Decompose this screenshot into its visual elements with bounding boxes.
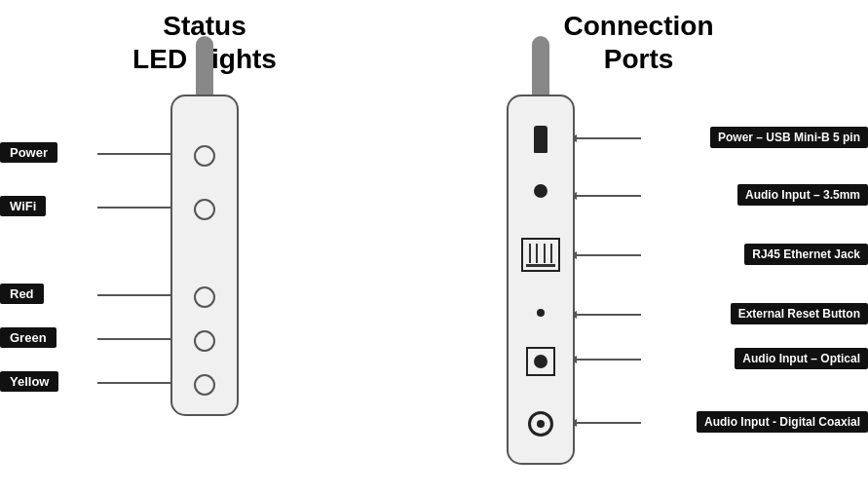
port-coaxial — [528, 411, 553, 437]
led-power — [194, 145, 215, 167]
port-usb — [534, 126, 547, 153]
eth-line-2 — [536, 244, 538, 263]
port-reset — [537, 309, 545, 317]
label-wifi: WiFi — [0, 196, 46, 216]
led-yellow — [194, 374, 215, 396]
right-section: ConnectionPorts — [409, 10, 868, 494]
label-yellow: Yellow — [0, 371, 58, 392]
led-wifi — [194, 199, 215, 220]
device-right — [507, 95, 575, 465]
label-red: Red — [0, 284, 44, 304]
right-title: ConnectionPorts — [564, 10, 714, 75]
coaxial-inner — [537, 420, 545, 428]
eth-line-4 — [550, 244, 552, 263]
right-arrows-svg — [409, 95, 868, 494]
port-ethernet — [521, 238, 560, 272]
led-green — [194, 330, 215, 352]
port-optical — [526, 347, 555, 376]
eth-bottom — [526, 264, 555, 267]
label-coaxial: Audio Input - Digital Coaxial — [697, 411, 868, 433]
label-green: Green — [0, 327, 57, 348]
optical-inner — [534, 355, 547, 368]
main-container: StatusLED Lights — [0, 0, 868, 494]
eth-line-3 — [544, 244, 546, 263]
label-optical: Audio Input – Optical — [735, 348, 868, 369]
port-audio-jack — [534, 184, 547, 198]
left-diagram: Power WiFi Red Green Yellow — [0, 95, 409, 455]
label-power: Power — [0, 142, 57, 163]
device-body-left — [170, 95, 239, 416]
label-reset: External Reset Button — [731, 303, 868, 324]
label-audio35: Audio Input – 3.5mm — [737, 184, 868, 206]
device-left — [170, 95, 239, 416]
left-section: StatusLED Lights — [0, 10, 409, 455]
eth-line-1 — [529, 244, 531, 263]
led-red — [194, 286, 215, 308]
label-rj45: RJ45 Ethernet Jack — [744, 244, 868, 265]
label-usb: Power – USB Mini-B 5 pin — [710, 127, 868, 148]
right-diagram: Power – USB Mini-B 5 pin Audio Input – 3… — [409, 95, 868, 494]
device-body-right — [507, 95, 575, 465]
